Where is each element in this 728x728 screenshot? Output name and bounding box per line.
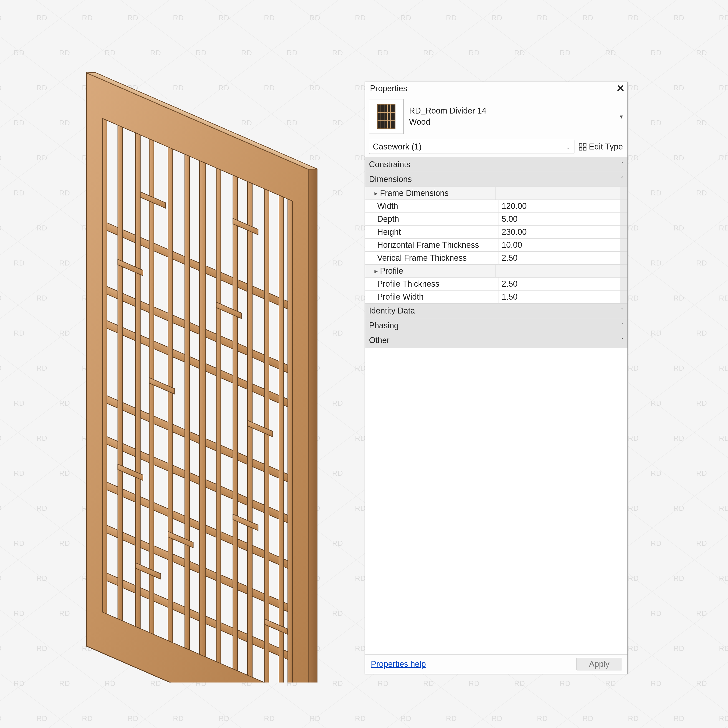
svg-rect-14 <box>149 139 154 635</box>
edit-type-icon <box>578 143 587 151</box>
svg-rect-21 <box>265 189 269 682</box>
param-row[interactable]: Horizontal Frame Thickness10.00 <box>366 239 627 251</box>
param-row[interactable]: Verical Frame Thickness2.50 <box>366 251 627 265</box>
param-value <box>496 187 620 199</box>
category-filter-value: Casework (1) <box>373 142 422 151</box>
param-row[interactable]: Width120.00 <box>366 199 627 213</box>
svg-rect-11 <box>102 118 107 614</box>
param-row[interactable]: Height230.00 <box>366 225 627 239</box>
properties-panel: Properties ✕ RD_Room Divider 14 Wood ▾ <box>365 82 628 674</box>
room-divider-model[interactable] <box>46 46 364 682</box>
param-row[interactable]: Profile Width1.50 <box>366 290 627 303</box>
param-assoc-button[interactable] <box>620 213 627 225</box>
param-value[interactable]: 120.00 <box>499 200 620 213</box>
type-name: Wood <box>409 116 486 128</box>
param-label: Profile Width <box>366 291 499 303</box>
param-assoc-button[interactable] <box>620 252 627 265</box>
param-label: Profile <box>366 265 496 277</box>
param-assoc-button[interactable] <box>620 291 627 303</box>
param-subheader[interactable]: Profile <box>366 265 627 277</box>
properties-help-link[interactable]: Properties help <box>371 659 426 669</box>
param-value[interactable]: 2.50 <box>499 278 620 290</box>
panel-title: Properties <box>370 84 407 93</box>
family-name: RD_Room Divider 14 <box>409 106 486 116</box>
edit-type-button[interactable]: Edit Type <box>578 142 623 151</box>
param-label: Height <box>366 226 499 239</box>
svg-rect-12 <box>118 125 122 621</box>
param-label: Verical Frame Thickness <box>366 252 499 265</box>
svg-rect-17 <box>199 161 206 657</box>
svg-marker-36 <box>308 165 317 682</box>
param-value[interactable]: 10.00 <box>499 239 620 251</box>
param-assoc-button[interactable] <box>620 187 627 199</box>
group-label: Dimensions <box>369 174 412 184</box>
expand-icon: ˅ <box>621 337 624 344</box>
group-header-dimensions[interactable]: Dimensions˄ <box>366 172 627 187</box>
expand-icon: ˅ <box>621 322 624 329</box>
group-header-identity-data[interactable]: Identity Data˅ <box>366 303 627 318</box>
parameter-groups: Constraints˅Dimensions˄Frame DimensionsW… <box>366 157 627 348</box>
panel-footer: Properties help Apply <box>366 654 627 674</box>
param-assoc-button[interactable] <box>620 278 627 290</box>
svg-rect-19 <box>233 175 237 671</box>
param-label: Horizontal Frame Thickness <box>366 239 499 251</box>
expand-icon: ˅ <box>621 161 624 168</box>
param-subheader[interactable]: Frame Dimensions <box>366 187 627 199</box>
param-value <box>496 265 620 277</box>
expand-icon: ˅ <box>621 307 624 314</box>
category-filter-combo[interactable]: Casework (1) ⌄ <box>369 140 574 154</box>
svg-rect-46 <box>579 147 582 150</box>
svg-rect-23 <box>288 199 292 682</box>
group-label: Other <box>369 336 390 345</box>
param-value[interactable]: 1.50 <box>499 291 620 303</box>
panel-blank-area <box>366 348 627 654</box>
svg-rect-45 <box>583 143 586 146</box>
group-label: Constraints <box>369 160 410 169</box>
svg-rect-15 <box>168 147 173 643</box>
param-row[interactable]: Depth5.00 <box>366 213 627 225</box>
param-assoc-button[interactable] <box>620 265 627 277</box>
param-label: Frame Dimensions <box>366 187 496 199</box>
param-label: Width <box>366 200 499 213</box>
svg-rect-18 <box>216 168 221 664</box>
param-value[interactable]: 2.50 <box>499 252 620 265</box>
collapse-icon: ˄ <box>621 176 624 183</box>
group-header-other[interactable]: Other˅ <box>366 333 627 348</box>
param-row[interactable]: Profile Thickness2.50 <box>366 277 627 290</box>
param-assoc-button[interactable] <box>620 226 627 239</box>
svg-rect-20 <box>248 182 252 677</box>
type-selector[interactable]: RD_Room Divider 14 Wood ▾ <box>366 95 627 138</box>
param-label: Profile Thickness <box>366 278 499 290</box>
param-value[interactable]: 230.00 <box>499 226 620 239</box>
group-label: Identity Data <box>369 306 415 315</box>
svg-rect-44 <box>579 143 582 146</box>
panel-titlebar[interactable]: Properties ✕ <box>366 82 627 95</box>
param-assoc-button[interactable] <box>620 200 627 213</box>
chevron-down-icon: ⌄ <box>566 143 570 150</box>
chevron-down-icon[interactable]: ▾ <box>620 113 623 120</box>
apply-button[interactable]: Apply <box>577 658 622 670</box>
param-value[interactable]: 5.00 <box>499 213 620 225</box>
group-header-constraints[interactable]: Constraints˅ <box>366 157 627 172</box>
svg-rect-47 <box>583 147 586 150</box>
svg-rect-13 <box>136 133 140 629</box>
svg-rect-16 <box>185 154 189 650</box>
group-header-phasing[interactable]: Phasing˅ <box>366 318 627 333</box>
svg-rect-37 <box>378 104 395 128</box>
svg-rect-22 <box>279 195 283 682</box>
group-label: Phasing <box>369 321 399 330</box>
param-assoc-button[interactable] <box>620 239 627 251</box>
edit-type-label: Edit Type <box>589 142 623 151</box>
type-thumbnail <box>369 99 404 134</box>
close-icon[interactable]: ✕ <box>616 84 625 93</box>
param-label: Depth <box>366 213 499 225</box>
